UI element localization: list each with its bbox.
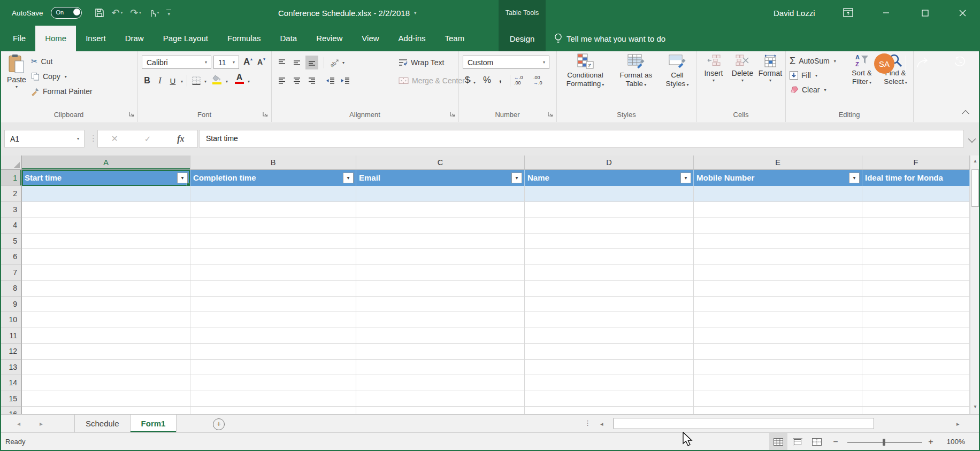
vertical-scrollbar[interactable]: ▴ ▾ (970, 155, 980, 414)
align-center-button[interactable] (290, 74, 303, 88)
cell-A14[interactable] (22, 375, 190, 391)
cell-A11[interactable] (22, 328, 190, 344)
tab-file[interactable]: File (3, 26, 35, 51)
cell-C5[interactable] (356, 234, 525, 250)
cell-A9[interactable] (22, 297, 190, 313)
tab-insert[interactable]: Insert (76, 26, 116, 51)
cell-E2[interactable] (694, 186, 862, 202)
cell-C9[interactable] (356, 297, 525, 313)
cell-E5[interactable] (694, 234, 862, 250)
scroll-down-button[interactable]: ▾ (970, 403, 980, 409)
avatar[interactable]: SA (874, 53, 894, 74)
increase-font-size-button[interactable]: A▴ (243, 57, 252, 67)
insert-function-button[interactable]: fx (177, 134, 184, 144)
cell-A8[interactable] (22, 281, 190, 297)
cell-A12[interactable] (22, 344, 190, 360)
redo-button[interactable]: ↷▾ (130, 8, 141, 18)
tab-bar-splitter[interactable]: ⋮ (584, 419, 591, 427)
cell-C15[interactable] (356, 391, 525, 407)
fill-handle[interactable] (187, 183, 190, 186)
cell-A6[interactable] (22, 249, 190, 265)
cell-E14[interactable] (694, 375, 862, 391)
table-header-cell-C1[interactable]: Email▾ (356, 170, 525, 186)
font-color-button[interactable]: A (235, 73, 244, 84)
tab-review[interactable]: Review (307, 26, 352, 51)
row-header-7[interactable]: 7 (0, 265, 22, 281)
undo-button[interactable]: ↶▾ (112, 8, 123, 18)
cell-F2[interactable] (862, 186, 970, 202)
fill-color-dropdown[interactable]: ▾ (226, 79, 228, 84)
cancel-entry-button[interactable]: ✕ (111, 134, 118, 144)
row-header-2[interactable]: 2 (0, 186, 22, 202)
filter-button-E[interactable]: ▾ (849, 173, 860, 183)
name-box-dropdown-icon[interactable]: ▾ (72, 136, 84, 141)
page-layout-view-button[interactable] (788, 433, 807, 451)
cell-E11[interactable] (694, 328, 862, 344)
format-cells-button[interactable]: Format ▾ (757, 55, 783, 83)
filter-button-D[interactable]: ▾ (680, 173, 691, 183)
formula-input[interactable]: Start time (199, 130, 964, 147)
cell-E16[interactable] (694, 407, 862, 414)
tell-me-box[interactable]: Tell me what you want to do (554, 26, 665, 51)
autosum-button[interactable]: Σ AutoSum▾ (790, 54, 836, 68)
touch-mouse-mode-button[interactable]: ▾ (149, 9, 159, 18)
cell-E8[interactable] (694, 281, 862, 297)
alignment-dialog-launcher[interactable] (449, 111, 456, 118)
history-button[interactable] (953, 57, 966, 71)
tab-add-ins[interactable]: Add-ins (389, 26, 435, 51)
collapse-ribbon-button[interactable] (962, 110, 969, 118)
tab-team[interactable]: Team (435, 26, 474, 51)
cell-B16[interactable] (190, 407, 356, 414)
cell-F14[interactable] (862, 375, 970, 391)
scroll-up-button[interactable]: ▴ (970, 158, 980, 164)
wrap-text-button[interactable]: Wrap Text (399, 56, 445, 69)
cell-E7[interactable] (694, 265, 862, 281)
cell-D6[interactable] (525, 249, 694, 265)
copy-button[interactable]: Copy▾ (31, 69, 67, 83)
cell-D9[interactable] (525, 297, 694, 313)
cell-A4[interactable] (22, 217, 190, 234)
autosave-toggle[interactable]: On (51, 7, 82, 19)
cell-B10[interactable] (190, 312, 356, 328)
new-sheet-button[interactable]: + (213, 418, 225, 430)
row-header-5[interactable]: 5 (0, 234, 22, 250)
delete-cells-button[interactable]: Delete ▾ (729, 55, 756, 83)
font-dialog-launcher[interactable] (262, 111, 269, 118)
align-left-button[interactable] (275, 74, 288, 88)
cell-C12[interactable] (356, 344, 525, 360)
number-dialog-launcher[interactable] (547, 111, 554, 118)
column-header-D[interactable]: D (525, 155, 694, 170)
table-header-cell-F1[interactable]: Ideal time for Monda (862, 170, 970, 186)
cell-D2[interactable] (525, 186, 694, 202)
cell-A16[interactable] (22, 407, 190, 414)
increase-indent-button[interactable] (339, 74, 351, 88)
cell-B3[interactable] (190, 202, 356, 218)
cell-C8[interactable] (356, 281, 525, 297)
cell-B12[interactable] (190, 344, 356, 360)
sort-filter-button[interactable]: A Z Sort & Filter▾ (845, 53, 878, 87)
row-header-9[interactable]: 9 (0, 297, 22, 313)
cell-A13[interactable] (22, 360, 190, 376)
cell-D16[interactable] (525, 407, 694, 414)
bold-button[interactable]: B (141, 74, 154, 88)
cell-C16[interactable] (356, 407, 525, 414)
normal-view-button[interactable] (769, 433, 787, 451)
cell-F7[interactable] (862, 265, 970, 281)
customize-quick-access-toolbar-button[interactable]: ▾ (166, 10, 171, 17)
row-header-15[interactable]: 15 (0, 391, 22, 407)
cell-E15[interactable] (694, 391, 862, 407)
hscroll-left-button[interactable]: ◂ (600, 421, 603, 427)
cell-F3[interactable] (862, 202, 970, 218)
hscroll-right-button[interactable]: ▸ (956, 421, 960, 427)
column-header-F[interactable]: F (862, 155, 970, 170)
row-header-1[interactable]: 1 (0, 170, 22, 186)
save-button[interactable] (95, 8, 104, 18)
table-header-cell-D1[interactable]: Name▾ (525, 170, 694, 186)
cell-B15[interactable] (190, 391, 356, 407)
ribbon-display-options-button[interactable] (843, 8, 853, 19)
clear-button[interactable]: Clear▾ (790, 83, 826, 97)
cell-F16[interactable] (862, 407, 970, 414)
cell-D7[interactable] (525, 265, 694, 281)
cell-F10[interactable] (862, 312, 970, 328)
conditional-formatting-button[interactable]: ≠ Conditional Formatting▾ (560, 53, 611, 89)
